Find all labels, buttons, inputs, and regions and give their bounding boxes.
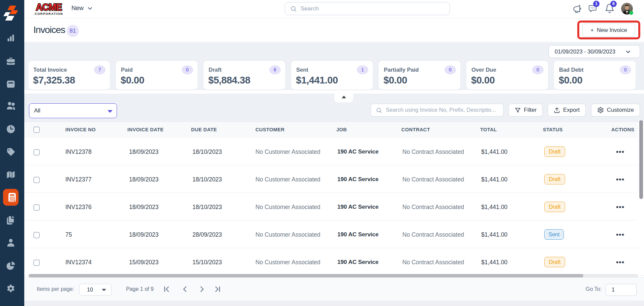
svg-text:ACME: ACME (36, 2, 62, 12)
svg-text:CORPORATION: CORPORATION (35, 12, 63, 15)
